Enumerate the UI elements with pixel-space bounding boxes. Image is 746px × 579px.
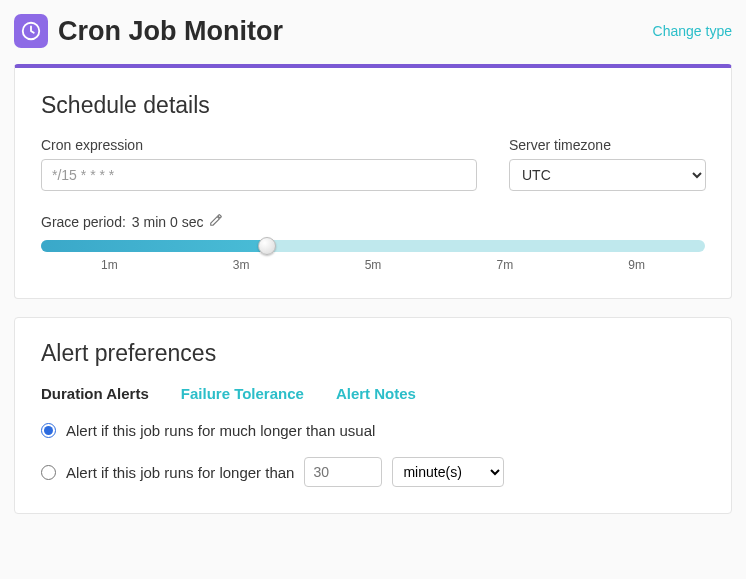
tab-failure-tolerance[interactable]: Failure Tolerance (181, 385, 304, 402)
header-row: Cron Job Monitor Change type (14, 14, 732, 48)
change-type-link[interactable]: Change type (653, 23, 732, 39)
cron-input[interactable] (41, 159, 477, 191)
alert-fixed-unit-select[interactable]: minute(s) (392, 457, 504, 487)
alerts-tabs: Duration Alerts Failure Tolerance Alert … (41, 385, 705, 402)
alert-auto-radio[interactable] (41, 423, 56, 438)
alert-auto-label: Alert if this job runs for much longer t… (66, 422, 375, 439)
slider-tick: 5m (365, 258, 382, 272)
grace-period-label-row: Grace period: 3 min 0 sec (41, 213, 705, 230)
grace-period-slider[interactable]: 1m 3m 5m 7m 9m (41, 240, 705, 272)
alert-fixed-value-input[interactable] (304, 457, 382, 487)
slider-track[interactable] (41, 240, 705, 252)
alerts-card: Alert preferences Duration Alerts Failur… (14, 317, 732, 514)
alert-option-fixed: Alert if this job runs for longer than m… (41, 457, 705, 487)
slider-tick: 9m (628, 258, 645, 272)
slider-tick: 3m (233, 258, 250, 272)
clock-icon (14, 14, 48, 48)
alert-fixed-label: Alert if this job runs for longer than (66, 464, 294, 481)
alert-option-auto[interactable]: Alert if this job runs for much longer t… (41, 422, 705, 439)
slider-tick-labels: 1m 3m 5m 7m 9m (41, 258, 705, 272)
slider-tick: 1m (101, 258, 118, 272)
slider-thumb[interactable] (258, 237, 276, 255)
schedule-title: Schedule details (41, 92, 705, 119)
tab-alert-notes[interactable]: Alert Notes (336, 385, 416, 402)
cron-field: Cron expression (41, 137, 477, 191)
schedule-fields-row: Cron expression Server timezone UTC (41, 137, 705, 191)
edit-icon[interactable] (209, 213, 223, 230)
timezone-select[interactable]: UTC (509, 159, 706, 191)
timezone-field: Server timezone UTC (509, 137, 706, 191)
header-left: Cron Job Monitor (14, 14, 283, 48)
tab-duration-alerts[interactable]: Duration Alerts (41, 385, 149, 402)
slider-tick: 7m (496, 258, 513, 272)
page-title: Cron Job Monitor (58, 16, 283, 47)
grace-period-value: 3 min 0 sec (132, 214, 204, 230)
slider-fill (41, 240, 267, 252)
timezone-label: Server timezone (509, 137, 706, 153)
cron-label: Cron expression (41, 137, 477, 153)
grace-period-label: Grace period: (41, 214, 126, 230)
alerts-title: Alert preferences (41, 340, 705, 367)
schedule-card: Schedule details Cron expression Server … (14, 64, 732, 299)
alert-fixed-radio[interactable] (41, 465, 56, 480)
